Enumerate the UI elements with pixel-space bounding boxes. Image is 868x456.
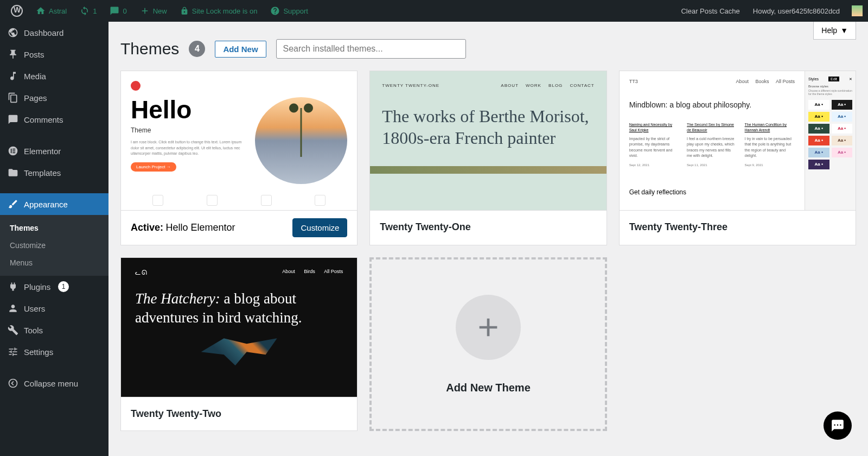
search-themes-input[interactable] bbox=[276, 39, 466, 59]
wordpress-icon bbox=[11, 5, 23, 17]
sidebar-label: Tools bbox=[24, 326, 43, 335]
theme-screenshot: TT3 About Books All Posts Mindblown: a b… bbox=[620, 71, 856, 210]
submenu-customize[interactable]: Customize bbox=[0, 237, 108, 254]
sidebar-item-pages[interactable]: Pages bbox=[0, 87, 108, 109]
customize-button[interactable]: Customize bbox=[292, 218, 347, 237]
sidebar-label: Plugins bbox=[24, 282, 50, 292]
sidebar-item-settings[interactable]: Settings bbox=[0, 341, 108, 363]
themes-count-badge: 4 bbox=[189, 41, 205, 57]
chat-icon bbox=[831, 419, 845, 433]
theme-screenshot: TWENTY TWENTY-ONE ABOUT WORK BLOG CONTAC… bbox=[370, 71, 606, 210]
plus-icon bbox=[140, 6, 150, 16]
collapse-icon bbox=[8, 378, 18, 389]
theme-card-twenty-twenty-three[interactable]: TT3 About Books All Posts Mindblown: a b… bbox=[619, 71, 856, 245]
admin-toolbar: Astral 1 0 New Site Lock mode is on Supp… bbox=[0, 0, 868, 22]
support-label: Support bbox=[283, 7, 308, 15]
add-new-button[interactable]: Add New bbox=[215, 41, 266, 58]
sidebar-label: Dashboard bbox=[24, 28, 63, 37]
elementor-icon bbox=[8, 145, 18, 156]
user-avatar[interactable] bbox=[852, 5, 863, 16]
help-label: Help bbox=[821, 26, 837, 35]
theme-card-hello-elementor[interactable]: Hello Theme I am rose block. Click edit … bbox=[120, 71, 358, 245]
sidebar-label: Collapse menu bbox=[24, 379, 78, 388]
sidebar-item-media[interactable]: Media bbox=[0, 65, 108, 87]
pin-icon bbox=[8, 49, 18, 60]
sidebar-item-elementor[interactable]: Elementor bbox=[0, 140, 108, 162]
preview-heading: Mindblown: a blog about philosophy. bbox=[629, 100, 795, 109]
sidebar-label: Settings bbox=[24, 347, 53, 357]
pages-icon bbox=[8, 92, 18, 103]
sidebar-item-users[interactable]: Users bbox=[0, 297, 108, 319]
svg-rect-4 bbox=[12, 153, 15, 154]
preview-title: The Hatchery: a blog about adventures in… bbox=[135, 289, 343, 327]
wp-logo-menu[interactable] bbox=[5, 0, 28, 22]
lock-label: Site Lock mode is on bbox=[192, 7, 258, 15]
theme-screenshot: Hello Theme I am rose block. Click edit … bbox=[121, 71, 357, 210]
preview-lorem: I am rose block. Click edit button to ch… bbox=[131, 140, 244, 157]
preview-daily: Get daily reflections bbox=[629, 188, 795, 196]
comments-link[interactable]: 0 bbox=[104, 0, 132, 22]
sliders-icon bbox=[8, 346, 18, 357]
preview-brand: TWENTY TWENTY-ONE bbox=[382, 83, 439, 88]
sidebar-item-posts[interactable]: Posts bbox=[0, 43, 108, 65]
theme-name: Twenty Twenty-Two bbox=[131, 408, 221, 420]
collapse-menu[interactable]: Collapse menu bbox=[0, 372, 108, 394]
preview-btn: Launch Project → bbox=[131, 162, 176, 172]
wrench-icon bbox=[8, 325, 18, 335]
sidebar-item-dashboard[interactable]: Dashboard bbox=[0, 22, 108, 43]
sidebar-label: Users bbox=[24, 304, 45, 313]
add-theme-label: Add New Theme bbox=[446, 382, 531, 394]
site-name-link[interactable]: Astral bbox=[30, 0, 72, 22]
support-link[interactable]: Support bbox=[265, 0, 314, 22]
chat-widget[interactable] bbox=[824, 411, 852, 440]
media-icon bbox=[8, 71, 18, 81]
theme-card-twenty-twenty-two[interactable]: ᓚᘏ About Birds All Posts The Hatchery: a… bbox=[120, 257, 358, 431]
new-label: New bbox=[153, 7, 167, 15]
sidebar-label: Comments bbox=[24, 115, 63, 124]
clear-cache-link[interactable]: Clear Posts Cache bbox=[676, 7, 744, 15]
site-lock-link[interactable]: Site Lock mode is on bbox=[175, 0, 263, 22]
sidebar-item-appearance[interactable]: Appearance bbox=[0, 193, 108, 215]
add-plus-icon bbox=[456, 295, 521, 360]
comment-icon bbox=[8, 114, 18, 125]
svg-rect-3 bbox=[12, 150, 15, 151]
user-icon bbox=[8, 303, 18, 314]
lock-icon bbox=[180, 7, 189, 15]
plugin-icon bbox=[8, 281, 18, 292]
active-prefix: Active: bbox=[131, 222, 163, 233]
dashboard-icon bbox=[8, 27, 18, 38]
theme-name: Twenty Twenty-One bbox=[380, 221, 470, 233]
sidebar-label: Media bbox=[24, 72, 46, 81]
submenu-menus[interactable]: Menus bbox=[0, 254, 108, 271]
main-content: Help ▼ Themes 4 Add New Hello Theme I am… bbox=[108, 22, 868, 456]
brush-icon bbox=[8, 199, 18, 210]
svg-point-5 bbox=[9, 379, 17, 388]
chevron-down-icon: ▼ bbox=[840, 26, 848, 35]
comments-count: 0 bbox=[123, 7, 126, 15]
site-name-label: Astral bbox=[49, 7, 67, 15]
svg-rect-2 bbox=[12, 149, 15, 150]
help-tab[interactable]: Help ▼ bbox=[813, 22, 856, 40]
submenu-themes[interactable]: Themes bbox=[0, 219, 108, 237]
new-content-link[interactable]: New bbox=[135, 0, 173, 22]
sidebar-item-tools[interactable]: Tools bbox=[0, 319, 108, 341]
admin-sidebar: Dashboard Posts Media Pages Comments Ele… bbox=[0, 22, 108, 456]
sidebar-label: Pages bbox=[24, 93, 47, 103]
refresh-icon bbox=[80, 6, 90, 16]
preview-title: Hello bbox=[131, 97, 244, 122]
sidebar-item-plugins[interactable]: Plugins 1 bbox=[0, 276, 108, 297]
help-icon bbox=[270, 6, 280, 16]
howdy-link[interactable]: Howdy, user6425fc8602dcd bbox=[749, 7, 844, 15]
preview-title: The works of Berthe Morisot, 1800s-era F… bbox=[382, 105, 594, 149]
plugin-update-badge: 1 bbox=[58, 281, 69, 292]
appearance-submenu: Themes Customize Menus bbox=[0, 215, 108, 276]
theme-screenshot: ᓚᘏ About Birds All Posts The Hatchery: a… bbox=[121, 258, 357, 397]
theme-card-twenty-twenty-one[interactable]: TWENTY TWENTY-ONE ABOUT WORK BLOG CONTAC… bbox=[369, 71, 607, 245]
add-new-theme-card[interactable]: Add New Theme bbox=[369, 257, 607, 431]
sidebar-label: Elementor bbox=[24, 147, 61, 156]
sidebar-item-templates[interactable]: Templates bbox=[0, 162, 108, 183]
sidebar-label: Appearance bbox=[24, 200, 68, 209]
sidebar-item-comments[interactable]: Comments bbox=[0, 109, 108, 130]
folder-icon bbox=[8, 167, 18, 178]
updates-link[interactable]: 1 bbox=[74, 0, 102, 22]
